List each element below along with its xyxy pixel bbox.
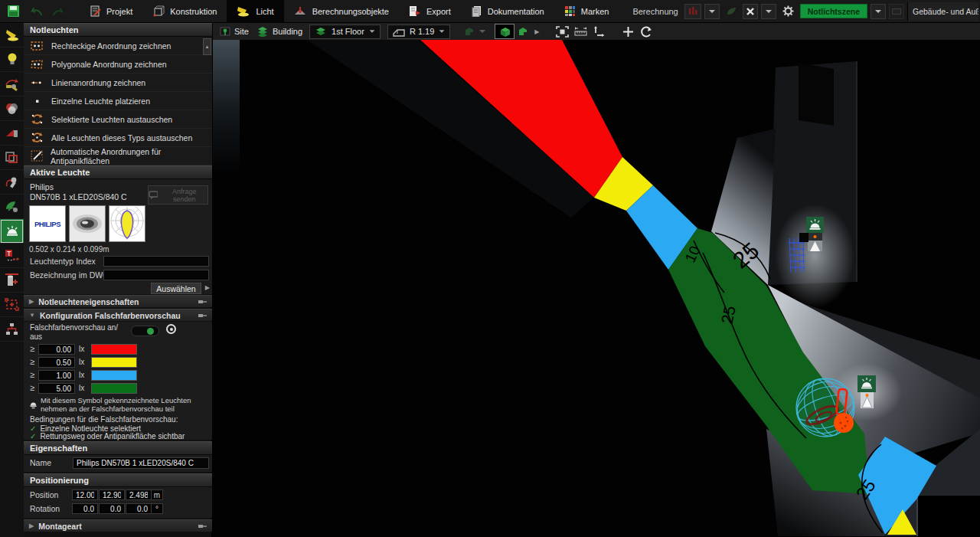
photometric-diagram-thumb[interactable] [109, 205, 145, 242]
tool-polygon-arrangement[interactable]: Polygonale Anordnung zeichnen [24, 55, 212, 74]
save-button[interactable] [3, 2, 23, 21]
view-3d-button-active[interactable] [495, 24, 514, 39]
view-plan-button[interactable] [514, 24, 533, 39]
tool-replace-all-of-type[interactable]: Alle Leuchten dieses Typs austauschen [24, 129, 212, 147]
site-button[interactable]: Site [220, 26, 249, 37]
measure-button[interactable] [571, 24, 590, 39]
tool-line-arrangement[interactable]: Linienanordnung zeichnen [24, 74, 212, 92]
rotation-z-input[interactable] [126, 503, 152, 514]
tab-dokumentation[interactable]: Dokumentation [461, 0, 554, 23]
tool-replace-selected[interactable]: Selektierte Leuchten austauschen [24, 110, 212, 129]
cancel-dropdown[interactable] [761, 4, 776, 19]
tab-export[interactable]: Export [399, 0, 461, 23]
undo-button[interactable] [26, 2, 46, 21]
light-scene-caret[interactable] [871, 4, 886, 19]
tab-konstruktion[interactable]: Konstruktion [142, 0, 227, 23]
luminaire-glow [834, 413, 854, 433]
rail-hierarchy-button[interactable] [0, 317, 24, 342]
single-luminaire-icon [31, 96, 44, 106]
rotation-y-input[interactable] [99, 503, 125, 514]
threshold-input[interactable] [38, 357, 75, 368]
type-index-input[interactable] [103, 256, 209, 267]
tab-licht[interactable]: Licht [227, 0, 283, 23]
falsecolor-toggle[interactable] [131, 326, 159, 336]
tab-marken[interactable]: Marken [554, 0, 619, 23]
color-swatch-yellow[interactable] [91, 357, 137, 368]
move-axis-button[interactable] [590, 24, 608, 39]
manufacturer-logo-thumb[interactable]: PHILIPS [29, 205, 66, 242]
color-swatch-blue[interactable] [91, 370, 137, 381]
pin-icon[interactable] [198, 299, 207, 305]
tool-list-scrollbar[interactable]: ▴ [203, 38, 211, 55]
panel-header-eigenschaften: Eigenschaften [24, 441, 212, 455]
tool-auto-arrangement-antipanic[interactable]: Automatische Anordnungen für Antipanikfl… [24, 147, 212, 165]
rotation-x-input[interactable] [72, 503, 98, 514]
info-icon[interactable] [166, 324, 176, 334]
check-icon: ✓ [30, 432, 36, 440]
zoom-extents-button[interactable] [553, 24, 571, 39]
spotlight-icon [5, 28, 19, 42]
dwg-input[interactable] [103, 270, 209, 280]
section-falsecolor-config[interactable]: ▼ Konfiguration Falschfarbenvorschau [24, 309, 212, 321]
position-y-input[interactable] [99, 490, 125, 500]
unit-label: lx [79, 384, 84, 392]
color-swatch-green[interactable] [91, 383, 137, 394]
rail-emergency-lighting-button[interactable] [0, 219, 24, 244]
pin-icon[interactable] [198, 523, 207, 529]
rail-projector-button[interactable] [0, 121, 24, 146]
light-scene-dropdown[interactable]: Notlichtszene [800, 4, 867, 18]
rail-frame-add-button[interactable] [0, 293, 24, 317]
luminaire-dot [814, 235, 817, 238]
rail-spotlight-button[interactable] [0, 23, 24, 47]
select-luminaire-button[interactable]: Auswählen [151, 283, 201, 294]
rail-color-filter-button[interactable] [0, 97, 24, 121]
building-button[interactable]: Building [256, 26, 302, 37]
threshold-input[interactable] [38, 344, 75, 355]
section-notleuchten-props[interactable]: ▶ Notleuchteneigenschaften [24, 295, 212, 307]
threshold-input[interactable] [38, 383, 75, 394]
tool-single-luminaire[interactable]: Einzelne Leuchte platzieren [24, 92, 212, 110]
chevron-down-icon [370, 30, 375, 32]
tool-label: Linienanordnung zeichnen [51, 78, 145, 87]
color-swatch-red[interactable] [91, 344, 137, 355]
tab-projekt[interactable]: Projekt [80, 0, 142, 23]
calculate-dropdown[interactable] [704, 4, 720, 19]
tool-rect-arrangement[interactable]: Rechteckige Anordnung zeichnen [24, 37, 212, 55]
right-panel-header[interactable]: Gebäude- und Außenpla... [907, 2, 978, 21]
wall-opening [799, 63, 834, 126]
position-z-input[interactable] [126, 490, 152, 500]
rail-maintenance-button[interactable] [0, 170, 24, 195]
rail-column-add-button[interactable] [0, 268, 24, 293]
calculate-button[interactable] [684, 4, 701, 19]
toolbar-left: Projekt Konstruktion Licht Berechnungsob… [0, 0, 619, 23]
redo-button[interactable] [49, 2, 69, 21]
settings-button[interactable] [779, 4, 797, 19]
request-button[interactable]: Anfrage senden [148, 185, 208, 205]
tab-label: Projekt [106, 7, 132, 16]
display-options-button[interactable] [889, 4, 904, 19]
view-mode-disabled-button[interactable] [461, 24, 479, 39]
rotate-view-button[interactable] [637, 24, 655, 39]
viewport-3d[interactable]: 10 25 25 25 [213, 40, 980, 537]
position-x-input[interactable] [72, 490, 98, 500]
cancel-calculation-button[interactable] [743, 4, 758, 19]
pin-icon[interactable] [198, 313, 207, 319]
tab-berechnungsobjekte[interactable]: Berechnungsobjekte [284, 0, 399, 23]
select-caret-icon[interactable]: ▶ [205, 284, 210, 291]
rail-text-path-button[interactable]: T [0, 244, 24, 268]
tool-rail: T [0, 23, 24, 537]
plus-icon [622, 26, 634, 38]
section-montageart[interactable]: ▶ Montageart [24, 519, 212, 532]
room-select[interactable]: R 1.19 [387, 25, 450, 39]
name-input[interactable] [73, 457, 209, 469]
rail-copy-arrangement-button[interactable] [0, 146, 24, 170]
floor-select[interactable]: 1st Floor [309, 25, 381, 39]
threshold-input[interactable] [38, 370, 75, 381]
rail-energy-button[interactable] [0, 195, 24, 219]
add-view-button[interactable] [619, 24, 637, 39]
expand-right-icon[interactable]: ▶ [534, 28, 539, 35]
rail-bulb-button[interactable] [0, 47, 24, 72]
rail-joint-arm-button[interactable] [0, 72, 24, 97]
panel-header-positionierung: Positionierung [24, 473, 212, 487]
luminaire-photo-thumb[interactable] [69, 205, 106, 242]
